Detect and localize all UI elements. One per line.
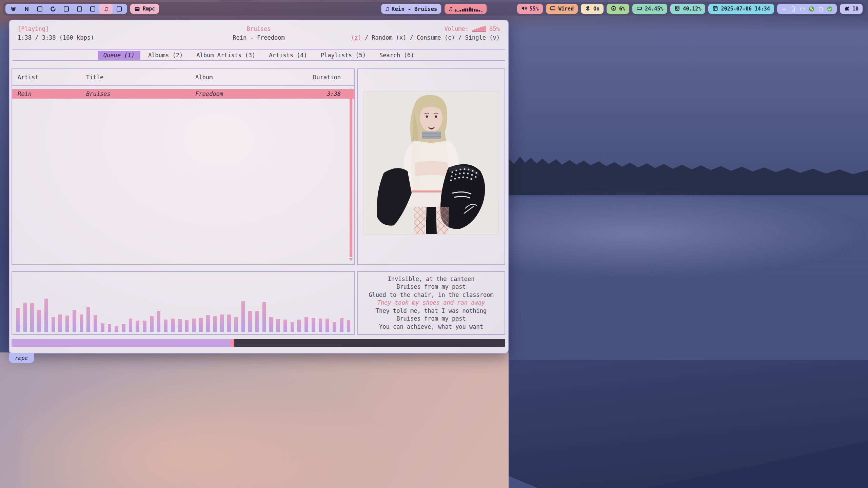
visualizer-bar: [171, 319, 175, 332]
top-bar: ♫ Rmpc ♫ Rein - Bruises ♫ 55%WiredOn6%24…: [3, 2, 865, 16]
tab-albums-2[interactable]: Albums (2): [142, 51, 189, 60]
mode-consume: Consume (c): [417, 33, 455, 42]
lyrics-line: Glued to the chair, in the classroom: [358, 291, 505, 299]
visualizer-bar: [304, 317, 308, 332]
visualizer-bar: [73, 310, 76, 332]
taskbar-item-rmpc[interactable]: Rmpc: [130, 4, 159, 14]
notification-count: 10: [852, 6, 859, 12]
disk-value: 40.12%: [683, 6, 701, 12]
notifications-pill[interactable]: 10: [840, 4, 863, 14]
desktop: ♫ Rmpc ♫ Rein - Bruises ♫ 55%WiredOn6%24…: [0, 0, 868, 488]
tray-phone-icon[interactable]: [790, 6, 796, 12]
status-pill-bluetooth[interactable]: On: [581, 4, 604, 14]
visualizer-bar: [234, 317, 238, 332]
volume-value: 55%: [530, 6, 539, 12]
lyrics-line: They told me, that I was nothing: [358, 307, 505, 315]
visualizer-bar: [276, 319, 280, 332]
scroll-down-icon[interactable]: [349, 258, 353, 261]
workspace-7-square-icon[interactable]: [86, 4, 99, 14]
queue-header: ArtistTitleAlbumDuration: [12, 69, 354, 85]
status-pill-network[interactable]: Wired: [546, 4, 578, 14]
visualizer-bar: [80, 314, 83, 332]
calendar-icon: [712, 5, 718, 13]
tab-search-6[interactable]: Search (6): [374, 51, 420, 60]
cpu-icon: [611, 5, 616, 13]
visualizer-bar: [122, 324, 125, 332]
visualizer-bar: [136, 321, 139, 332]
tray-check-icon[interactable]: [827, 6, 833, 12]
visualizer-bar: [44, 299, 48, 332]
visualizer-bar: [16, 308, 20, 332]
bluetooth-value: On: [593, 6, 599, 12]
song-title: Bruises: [233, 24, 285, 33]
ram-icon: [636, 5, 642, 13]
scroll-up-icon[interactable]: [349, 88, 353, 91]
cava-bar: [457, 11, 459, 12]
workspace-3-square-icon[interactable]: [33, 4, 46, 14]
progress-bar[interactable]: [12, 339, 505, 347]
workspace-5-square-icon[interactable]: [60, 4, 73, 14]
tray-key-icon[interactable]: [809, 6, 814, 12]
status-pills: 55%WiredOn6%24.45%40.12%2025-07-06 14:34: [517, 4, 774, 14]
visualizer-bar: [241, 301, 245, 332]
song-artist-album: Rein - Freedoom: [233, 33, 285, 42]
workspace-1-cat-icon[interactable]: [7, 4, 20, 14]
disk-icon: [674, 5, 680, 13]
visualizer-bar: [255, 311, 259, 332]
clock-value: 2025-07-06 14:34: [721, 6, 770, 12]
lyrics-line: Bruises from my past: [358, 315, 505, 323]
workspace-2-nvim-icon[interactable]: [20, 4, 33, 14]
tray-clipboard-icon[interactable]: [818, 6, 824, 12]
tab-bar: Queue (1)Albums (2)Album Artists (3)Arti…: [9, 51, 508, 60]
cava-bar: [481, 11, 483, 12]
status-pill-cpu[interactable]: 6%: [607, 4, 629, 14]
workspace-6-square-icon[interactable]: [73, 4, 86, 14]
workspaces[interactable]: ♫: [5, 4, 127, 14]
wallpaper-pink-glow: [20, 373, 393, 488]
volume-ramp-bar: [480, 27, 482, 31]
column-header-album: Album: [195, 69, 312, 85]
tab-queue-1[interactable]: Queue (1): [98, 51, 140, 60]
tray-mustache-icon[interactable]: [781, 6, 787, 12]
table-row[interactable]: ReinBruisesFreedoom3:38: [12, 89, 354, 99]
workspace-9-square-icon[interactable]: [113, 4, 126, 14]
cava-bar: [469, 7, 471, 12]
tab-album-artists-3[interactable]: Album Artists (3): [191, 51, 261, 60]
visualizer-bar: [157, 311, 161, 332]
tray-keyboard-icon[interactable]: [800, 6, 805, 12]
queue-rows: ReinBruisesFreedoom3:38: [12, 89, 354, 99]
visualizer-bar: [291, 322, 294, 332]
visualizer-bar: [283, 320, 287, 332]
visualizer-bar: [101, 323, 104, 332]
visualizer-bar: [94, 315, 97, 332]
workspace-4-refresh-icon[interactable]: [46, 4, 60, 14]
visualizer-panel: [12, 271, 355, 335]
player-header: [Playing] 1:38 / 3:38 (160 kbps) Bruises…: [18, 24, 500, 42]
network-value: Wired: [558, 6, 574, 12]
visualizer-bar: [199, 318, 203, 332]
cava-bar: [467, 8, 469, 12]
cell-artist: Rein: [18, 89, 86, 99]
status-pill-memory[interactable]: 24.45%: [632, 4, 667, 14]
visualizer-bar: [52, 317, 55, 332]
visualizer-bar: [30, 303, 34, 332]
status-pill-disk[interactable]: 40.12%: [670, 4, 705, 14]
cava-bar: [472, 8, 473, 12]
tab-artists-4[interactable]: Artists (4): [263, 51, 313, 60]
status-pill-clock[interactable]: 2025-07-06 14:34: [708, 4, 774, 14]
visualizer-bars: [16, 275, 350, 332]
visualizer-bar: [86, 307, 90, 332]
cava-bar: [455, 9, 457, 12]
visualizer-bar: [185, 320, 189, 332]
task-label: Rmpc: [143, 6, 155, 12]
terminal-icon: [134, 6, 140, 12]
now-playing-pill[interactable]: ♫ Rein - Bruises: [381, 4, 441, 14]
queue-scrollbar[interactable]: [349, 88, 353, 261]
workspace-8-music-note-icon[interactable]: ♫: [99, 4, 113, 14]
tab-playlists-5[interactable]: Playlists (5): [315, 51, 372, 60]
status-pill-volume[interactable]: 55%: [517, 4, 543, 14]
progress-cursor[interactable]: [231, 339, 234, 347]
cava-visualizer-pill[interactable]: ♫: [445, 4, 487, 14]
scrollbar-thumb[interactable]: [350, 92, 352, 257]
mode-random: Random (x): [372, 33, 406, 42]
